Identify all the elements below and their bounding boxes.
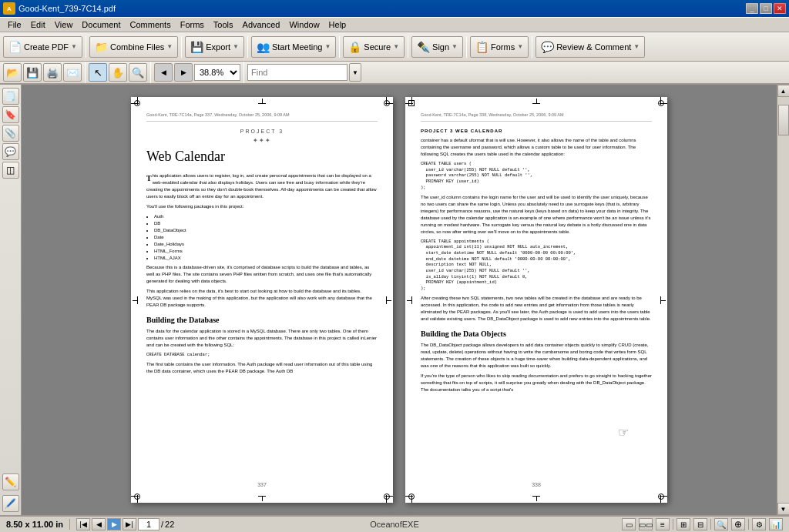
page-number-input[interactable] bbox=[138, 518, 159, 530]
chapter-label-right: PROJECT 3 WEB CALENDAR bbox=[421, 128, 652, 134]
page-num-left: 337 bbox=[257, 482, 267, 487]
sign-button[interactable]: ✒️ Sign ▼ bbox=[411, 36, 463, 58]
title-bar: A Good-Kent_739-7C14.pdf _ □ ✕ bbox=[0, 0, 789, 17]
zoom-select[interactable]: 38.8% bbox=[194, 64, 240, 81]
view-continuous-button[interactable]: ≡ bbox=[656, 518, 670, 530]
first-page-button[interactable]: |◀ bbox=[76, 518, 90, 530]
zoom-next-button[interactable]: ▶ bbox=[174, 63, 193, 82]
minimize-button[interactable]: _ bbox=[746, 3, 758, 14]
forms-label: Forms bbox=[491, 42, 515, 52]
bookmarks-panel-button[interactable]: 🔖 bbox=[2, 106, 19, 123]
combine-files-button[interactable]: 📁 Combine Files ▼ bbox=[89, 36, 178, 58]
pdf-area[interactable]: Good-Kent, TRE-7C14a, Page 337, Wednesda… bbox=[22, 85, 777, 515]
view-columns-button[interactable]: ⊟ bbox=[693, 518, 707, 530]
menu-forms[interactable]: Forms bbox=[176, 18, 209, 31]
folder-open-button[interactable]: 📂 bbox=[3, 63, 22, 82]
sep10 bbox=[243, 62, 244, 83]
find-dropdown-button[interactable]: ▼ bbox=[349, 63, 361, 82]
maximize-button[interactable]: □ bbox=[760, 3, 772, 14]
right-scrollbar: ▲ ▼ bbox=[777, 85, 789, 515]
para1-right: The user_id column contains the login na… bbox=[421, 194, 652, 236]
status-sep4 bbox=[748, 519, 749, 530]
sep9 bbox=[150, 62, 151, 83]
para2-right: After creating these two SQL statements,… bbox=[421, 295, 652, 323]
cursor-tool-button[interactable]: ↖ bbox=[89, 63, 107, 82]
view-layout-button[interactable]: ⊞ bbox=[677, 518, 690, 530]
para3-right: If you're the type of person who likes t… bbox=[421, 373, 652, 393]
layers-panel-button[interactable]: ◫ bbox=[2, 162, 19, 179]
secure-button[interactable]: 🔒 Secure ▼ bbox=[343, 36, 405, 58]
export-icon: 💾 bbox=[190, 41, 203, 53]
close-button[interactable]: ✕ bbox=[774, 3, 786, 14]
code-create-db: CREATE DATABASE calendar; bbox=[146, 352, 378, 358]
zoom-button[interactable]: 🔍 bbox=[129, 63, 147, 82]
menu-document[interactable]: Document bbox=[77, 18, 125, 31]
start-meeting-button[interactable]: 👥 Start Meeting ▼ bbox=[251, 36, 336, 58]
sign-icon: ✒️ bbox=[417, 41, 430, 53]
view-spread-button[interactable]: ▭▭ bbox=[639, 518, 653, 530]
export-arrow: ▼ bbox=[233, 43, 239, 50]
tools-button2[interactable]: 📊 bbox=[769, 518, 783, 530]
email-button[interactable]: ✉️ bbox=[63, 63, 82, 82]
stamp-button[interactable]: 🖊️ bbox=[2, 495, 19, 512]
view-single-button[interactable]: ▭ bbox=[622, 518, 636, 530]
menu-view[interactable]: View bbox=[50, 18, 78, 31]
menu-window[interactable]: Window bbox=[284, 18, 324, 31]
annotation-button[interactable]: ✏️ bbox=[2, 473, 19, 490]
hand-tool-button[interactable]: ✋ bbox=[109, 63, 127, 82]
page-intro-left: This application allows users to registe… bbox=[146, 172, 378, 200]
menu-advanced[interactable]: Advanced bbox=[238, 18, 285, 31]
status-sep1 bbox=[69, 519, 70, 530]
review-icon: 💬 bbox=[541, 41, 554, 53]
find-input[interactable] bbox=[247, 64, 347, 81]
menu-help[interactable]: Help bbox=[324, 18, 351, 31]
create-pdf-label: Create PDF bbox=[24, 42, 69, 52]
combine-icon: 📁 bbox=[95, 41, 108, 53]
next-page-button[interactable]: ▶ bbox=[107, 518, 121, 530]
menu-bar: File Edit View Document Comments Forms T… bbox=[0, 17, 789, 32]
main-layout: 🗒️ 🔖 📎 💬 ◫ ✏️ 🖊️ bbox=[0, 85, 789, 515]
pdf-page-right: Good-Kent, TRE-7C14a, Page 338, Wednesda… bbox=[405, 97, 667, 503]
sep1 bbox=[86, 36, 86, 58]
create-pdf-button[interactable]: 📄 Create PDF ▼ bbox=[3, 36, 82, 58]
status-left: 8.50 x 11.00 in |◀ ◀ ▶ ▶| / 22 bbox=[6, 518, 174, 530]
zoom-out-button[interactable]: 🔍 bbox=[714, 518, 728, 530]
save-button[interactable]: 💾 bbox=[23, 63, 42, 82]
page-navigation: |◀ ◀ ▶ ▶| / 22 bbox=[76, 518, 174, 530]
attachments-panel-button[interactable]: 📎 bbox=[2, 125, 19, 142]
prev-page-button[interactable]: ◀ bbox=[92, 518, 106, 530]
create-pdf-arrow: ▼ bbox=[71, 43, 77, 50]
zoom-prev-button[interactable]: ◀ bbox=[154, 63, 173, 82]
forms-button[interactable]: 📋 Forms ▼ bbox=[470, 36, 529, 58]
section-building-db: Building the Database bbox=[146, 315, 378, 326]
menu-file[interactable]: File bbox=[3, 18, 26, 31]
review-comment-button[interactable]: 💬 Review & Comment ▼ bbox=[536, 36, 645, 58]
scroll-thumb[interactable] bbox=[778, 105, 789, 136]
main-toolbar: 📄 Create PDF ▼ 📁 Combine Files ▼ 💾 Expor… bbox=[0, 32, 789, 62]
page-building-intro: Because this is a database-driven site, … bbox=[146, 264, 378, 285]
pages-panel-button[interactable]: 🗒️ bbox=[2, 88, 19, 105]
zoom-in-button[interactable]: ⊕ bbox=[731, 518, 745, 530]
print-button[interactable]: 🖨️ bbox=[43, 63, 62, 82]
tools-button1[interactable]: ⚙ bbox=[752, 518, 766, 530]
menu-comments[interactable]: Comments bbox=[126, 18, 176, 31]
sep2 bbox=[181, 36, 182, 58]
meeting-icon: 👥 bbox=[257, 41, 270, 53]
page-num-right: 338 bbox=[532, 482, 541, 487]
page-chapter-left: PROJECT 3 bbox=[146, 128, 378, 136]
scroll-down-button[interactable]: ▼ bbox=[777, 503, 790, 515]
comments-panel-button[interactable]: 💬 bbox=[2, 143, 19, 160]
pkg-html-ajax: HTML_AJAX bbox=[154, 255, 378, 262]
scroll-up-button[interactable]: ▲ bbox=[777, 85, 790, 97]
last-page-button[interactable]: ▶| bbox=[123, 518, 136, 530]
window-controls: _ □ ✕ bbox=[746, 3, 786, 14]
packages-list: Auth DB DB_DataObject Date Date_Holidays… bbox=[146, 213, 378, 262]
menu-tools[interactable]: Tools bbox=[209, 18, 238, 31]
company-name: OceanofEXE bbox=[364, 519, 425, 530]
scroll-track[interactable] bbox=[777, 97, 790, 503]
export-button[interactable]: 💾 Export ▼ bbox=[185, 36, 244, 58]
menu-edit[interactable]: Edit bbox=[26, 18, 50, 31]
first-table-text: The first table contains the user inform… bbox=[146, 361, 378, 375]
status-sep2 bbox=[673, 519, 673, 530]
section-building-data: Building the Data Objects bbox=[421, 329, 652, 340]
